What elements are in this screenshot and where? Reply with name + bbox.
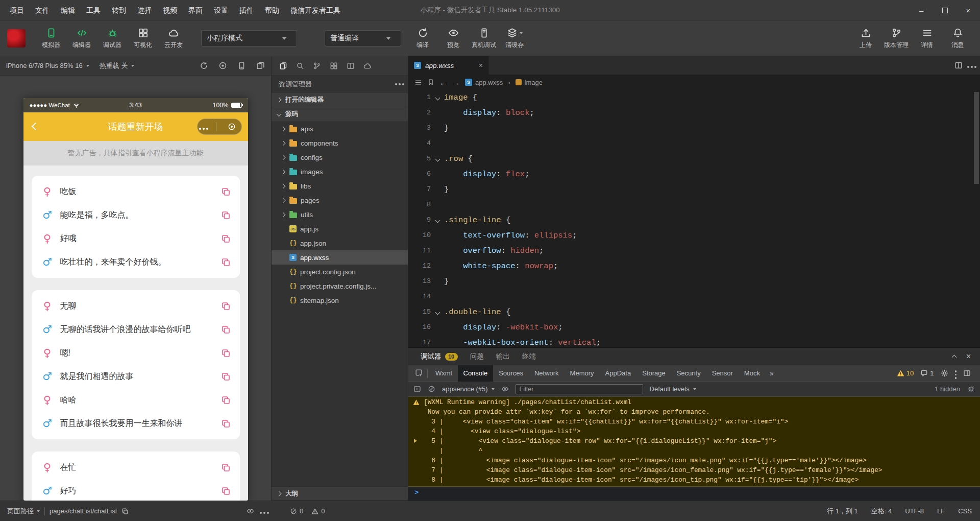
toolbar-editor-button[interactable]: 编辑器 bbox=[66, 23, 97, 53]
expand-arrow-icon[interactable] bbox=[414, 439, 417, 443]
copy-icon[interactable] bbox=[221, 325, 231, 335]
clear-console-icon[interactable] bbox=[428, 385, 435, 393]
copy-icon[interactable] bbox=[221, 372, 231, 382]
device-icon[interactable] bbox=[237, 61, 246, 70]
devtools-tab-security[interactable]: Security bbox=[671, 365, 706, 382]
devtools-tab-sensor[interactable]: Sensor bbox=[706, 365, 739, 382]
tree-item-project.private.config.js...[interactable]: {}project.private.config.js... bbox=[272, 279, 408, 293]
split-editor-icon[interactable] bbox=[954, 61, 963, 69]
statusbar-more-icon[interactable] bbox=[263, 507, 265, 515]
menu-选择[interactable]: 选择 bbox=[132, 0, 157, 20]
toolbar-version-button[interactable]: 版本管理 bbox=[881, 23, 912, 53]
toolbar-details-button[interactable]: 详情 bbox=[912, 23, 942, 53]
copy-icon[interactable] bbox=[221, 463, 231, 472]
account-avatar[interactable] bbox=[7, 29, 26, 48]
fold-chevron-icon[interactable] bbox=[431, 151, 444, 167]
devtools-kebab-icon[interactable] bbox=[955, 369, 957, 377]
tree-item-images[interactable]: images bbox=[272, 164, 408, 179]
copy-icon[interactable] bbox=[221, 348, 231, 358]
console-sidebar-icon[interactable] bbox=[413, 385, 421, 393]
copy-icon[interactable] bbox=[221, 210, 231, 220]
menu-工具[interactable]: 工具 bbox=[81, 0, 106, 20]
copy-path-icon[interactable] bbox=[121, 508, 129, 515]
toolbar-compile-button[interactable]: 编译 bbox=[407, 23, 438, 53]
devtools-tab-wxml[interactable]: Wxml bbox=[430, 365, 458, 382]
close-tab-icon[interactable]: × bbox=[479, 61, 483, 69]
tree-item-pages[interactable]: pages bbox=[272, 193, 408, 207]
record-icon[interactable] bbox=[218, 61, 227, 70]
menu-帮助[interactable]: 帮助 bbox=[259, 0, 285, 20]
copy-icon[interactable] bbox=[221, 234, 231, 244]
multi-device-icon[interactable] bbox=[256, 61, 265, 70]
compile-mode-select[interactable]: 普通编译 bbox=[325, 30, 401, 46]
menu-项目[interactable]: 项目 bbox=[4, 0, 30, 20]
menu-设置[interactable]: 设置 bbox=[208, 0, 234, 20]
expand-panel-icon[interactable] bbox=[952, 352, 956, 361]
console-output[interactable]: [WXML Runtime warning] ./pages/chatList/… bbox=[408, 397, 980, 501]
log-levels-select[interactable]: Default levels bbox=[650, 385, 696, 393]
devtools-settings-icon[interactable] bbox=[941, 369, 948, 377]
back-button[interactable] bbox=[33, 122, 38, 131]
maximize-button[interactable] bbox=[933, 0, 957, 20]
panel-tab-问题[interactable]: 问题 bbox=[464, 348, 490, 365]
breadcrumb-symbol[interactable]: image bbox=[516, 79, 543, 86]
branch-icon[interactable] bbox=[313, 62, 321, 70]
navigate-forward-icon[interactable]: → bbox=[452, 78, 460, 87]
devtools-tab-sources[interactable]: Sources bbox=[493, 365, 529, 382]
tree-item-apis[interactable]: apis bbox=[272, 122, 408, 136]
encoding-setting[interactable]: UTF-8 bbox=[905, 507, 924, 515]
page-path-select[interactable]: 页面路径 bbox=[7, 507, 40, 516]
navigate-back-icon[interactable]: ← bbox=[439, 78, 447, 87]
editor-scrollbar[interactable] bbox=[974, 92, 979, 184]
toolbar-message-button[interactable]: 消息 bbox=[942, 23, 973, 53]
refresh-icon[interactable] bbox=[200, 61, 208, 70]
copy-icon[interactable] bbox=[221, 486, 231, 496]
menu-文件[interactable]: 文件 bbox=[30, 0, 55, 20]
console-prompt[interactable]: > bbox=[408, 487, 980, 498]
copy-icon[interactable] bbox=[221, 301, 231, 311]
tree-item-project.config.json[interactable]: {}project.config.json bbox=[272, 265, 408, 279]
copy-icon[interactable] bbox=[221, 257, 231, 267]
tab-app-wxss[interactable]: S app.wxss × bbox=[408, 56, 489, 75]
warning-counter[interactable]: 10 bbox=[897, 369, 914, 377]
cloud-icon[interactable] bbox=[363, 62, 372, 70]
console-settings-icon[interactable] bbox=[967, 385, 975, 393]
devtools-tab-memory[interactable]: Memory bbox=[565, 365, 600, 382]
execution-context-select[interactable]: appservice (#5) bbox=[442, 385, 495, 393]
toolbar-preview-button[interactable]: 预览 bbox=[438, 23, 469, 53]
device-select[interactable]: iPhone 6/7/8 Plus 85% 16 bbox=[6, 62, 89, 69]
editor-more-icon[interactable] bbox=[971, 61, 973, 70]
menu-界面[interactable]: 界面 bbox=[183, 0, 208, 20]
toolbar-visualizer-button[interactable]: 可视化 bbox=[128, 23, 158, 53]
close-button[interactable]: × bbox=[957, 0, 980, 20]
cursor-position[interactable]: 行 1，列 1 bbox=[827, 507, 858, 516]
open-editors-section[interactable]: 打开的编辑器 bbox=[272, 93, 408, 107]
devtools-tab-appdata[interactable]: AppData bbox=[600, 365, 637, 382]
tree-item-libs[interactable]: libs bbox=[272, 179, 408, 193]
mode-select[interactable]: 小程序模式 bbox=[201, 30, 297, 46]
panel-tab-终端[interactable]: 终端 bbox=[516, 348, 542, 365]
toolbar-remote-debug-button[interactable]: 真机调试 bbox=[469, 23, 499, 53]
copy-icon[interactable] bbox=[221, 187, 231, 197]
more-actions-icon[interactable] bbox=[399, 83, 401, 85]
outline-section[interactable]: 大纲 bbox=[272, 486, 408, 501]
console-filter-input[interactable] bbox=[516, 384, 643, 394]
panel-tab-调试器[interactable]: 调试器10 bbox=[414, 348, 464, 365]
toolbar-upload-button[interactable]: 上传 bbox=[850, 23, 881, 53]
tree-item-configs[interactable]: configs bbox=[272, 150, 408, 164]
eol-setting[interactable]: LF bbox=[937, 507, 945, 515]
tree-item-app.js[interactable]: JSapp.js bbox=[272, 222, 408, 236]
language-mode[interactable]: CSS bbox=[958, 507, 972, 515]
code-editor[interactable]: 1image {2 display: block;3}45.row {6 dis… bbox=[408, 90, 980, 347]
close-panel-icon[interactable]: × bbox=[966, 352, 971, 361]
issue-counter[interactable]: 1 bbox=[920, 369, 934, 377]
tree-item-app.wxss[interactable]: Sapp.wxss bbox=[272, 250, 408, 265]
bookmark-icon[interactable] bbox=[427, 79, 434, 86]
menu-插件[interactable]: 插件 bbox=[234, 0, 259, 20]
toolbar-clear-cache-button[interactable]: 清缓存 bbox=[499, 23, 530, 53]
inspect-element-icon[interactable] bbox=[414, 369, 423, 377]
fold-chevron-icon[interactable] bbox=[431, 212, 444, 228]
devtools-tab-mock[interactable]: Mock bbox=[739, 365, 766, 382]
source-section[interactable]: 源码 bbox=[272, 107, 408, 122]
more-button[interactable] bbox=[203, 122, 205, 132]
